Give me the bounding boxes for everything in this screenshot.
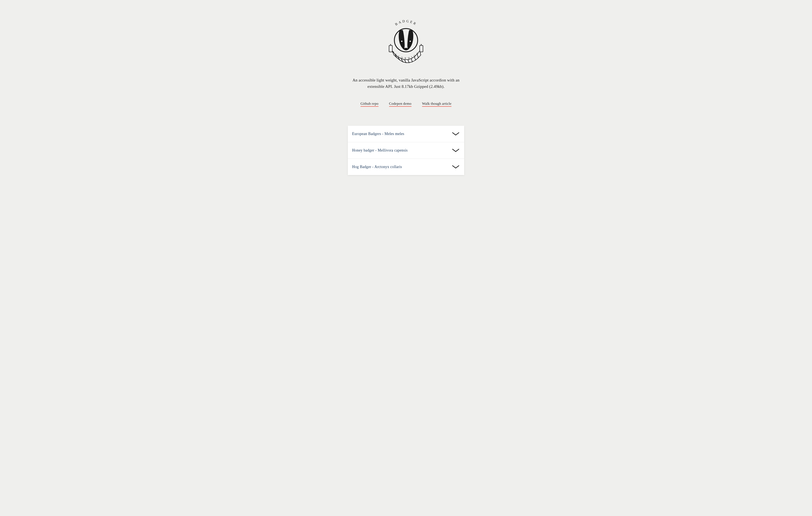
accordion-item: Hog Badger - Arctonyx collaris xyxy=(348,159,464,175)
svg-rect-6 xyxy=(420,46,423,52)
accordion-header-honey-badger[interactable]: Honey badger - Mellivora capensis xyxy=(348,142,464,159)
badger-accordion-logo-icon: BADGER xyxy=(382,17,430,65)
walkthrough-article-link[interactable]: Walk though article xyxy=(422,102,452,107)
svg-text:BADGER: BADGER xyxy=(395,19,417,26)
chevron-down-icon xyxy=(452,132,460,136)
github-repo-link[interactable]: Github repo xyxy=(360,102,378,107)
accordion-item: Honey badger - Mellivora capensis xyxy=(348,142,464,159)
chevron-down-icon xyxy=(452,165,460,169)
accordion-title: Hog Badger - Arctonyx collaris xyxy=(352,165,402,169)
header: BADGER xyxy=(347,17,465,126)
codepen-demo-link[interactable]: Codepen demo xyxy=(389,102,411,107)
links-row: Github repo Codepen demo Walk though art… xyxy=(360,102,452,107)
logo: BADGER xyxy=(382,17,430,66)
accordion: European Badgers - Meles meles Honey bad… xyxy=(348,126,464,175)
accordion-title: Honey badger - Mellivora capensis xyxy=(352,148,408,153)
tagline: An accessible light weight, vanilla Java… xyxy=(347,77,465,90)
accordion-header-hog-badger[interactable]: Hog Badger - Arctonyx collaris xyxy=(348,159,464,175)
accordion-header-european-badgers[interactable]: European Badgers - Meles meles xyxy=(348,126,464,142)
chevron-down-icon xyxy=(452,148,460,153)
svg-point-4 xyxy=(404,48,408,50)
svg-point-3 xyxy=(410,40,411,42)
svg-rect-5 xyxy=(389,46,392,52)
svg-point-2 xyxy=(401,40,402,42)
accordion-item: European Badgers - Meles meles xyxy=(348,126,464,142)
accordion-title: European Badgers - Meles meles xyxy=(352,132,404,136)
